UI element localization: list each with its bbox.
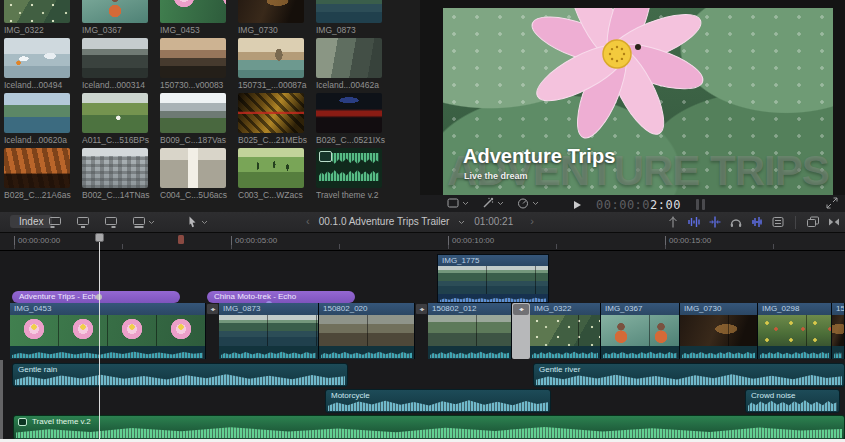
browser-clip: IMG_0730 — [238, 0, 310, 35]
clip-thumbnail[interactable] — [238, 148, 304, 188]
clip-label: Iceland...000314 — [82, 80, 154, 90]
playhead-knob[interactable] — [95, 233, 104, 242]
forward-arrow[interactable]: › — [530, 215, 534, 227]
clip-thumbnail[interactable] — [82, 0, 148, 23]
clip-label: Travel theme v.2 — [316, 190, 388, 200]
browsers-icon[interactable] — [806, 215, 820, 229]
clip-thumbnail[interactable] — [316, 38, 382, 78]
ruler-marker-icon[interactable] — [178, 235, 184, 244]
enhancements-button[interactable] — [481, 196, 504, 210]
expand-icon[interactable] — [825, 196, 839, 210]
clip-label: 150730...v00083 — [160, 80, 232, 90]
skimming-icon[interactable] — [666, 215, 680, 229]
timeline-video-clip[interactable]: IMG_0298 — [758, 303, 832, 359]
timeline-video-clip[interactable]: 150802_012 — [428, 303, 512, 359]
clip-thumbnail[interactable] — [4, 148, 70, 188]
audio-clip[interactable]: Gentle rain — [12, 363, 348, 387]
timeline-ruler[interactable]: 00:00:00:0000:00:05:0000:00:10:0000:00:1… — [0, 233, 845, 251]
audio-skimming-icon[interactable] — [687, 215, 701, 229]
clip-name-bar: IMG_0873 — [219, 303, 318, 315]
play-button[interactable] — [570, 198, 584, 212]
clip-name-bar: IMG_0453 — [10, 303, 205, 315]
waveform — [221, 350, 316, 358]
title-clip[interactable]: China Moto-trek - Echo — [207, 291, 355, 303]
clip-thumbnail[interactable] — [4, 38, 70, 78]
clip-thumbnail[interactable] — [238, 93, 304, 133]
timeline-video-clip[interactable]: IMG_0453 — [10, 303, 206, 359]
index-button[interactable]: Index — [10, 215, 52, 228]
append-clip-button[interactable] — [104, 215, 118, 229]
clip-thumbnail[interactable] — [238, 38, 304, 78]
clip-thumbnail[interactable] — [82, 148, 148, 188]
clip-name-bar: IMG_0298 — [758, 303, 831, 315]
clip-thumbnail[interactable] — [316, 148, 382, 188]
project-title-chevron-icon[interactable] — [458, 216, 465, 227]
solo-icon[interactable] — [729, 215, 743, 229]
audio-clip[interactable]: Crowd noise — [745, 389, 840, 413]
connect-clip-button[interactable] — [48, 215, 62, 229]
timeline-video-clip[interactable]: IMG_0322 — [530, 303, 601, 359]
waveform — [532, 350, 598, 358]
waveform — [682, 350, 755, 358]
view-options-button[interactable] — [446, 196, 469, 210]
waveform — [834, 350, 842, 358]
music-clip[interactable]: Travel theme v.2 — [13, 415, 845, 439]
transition-selected[interactable]: ◂▸ — [512, 303, 530, 359]
audio-clip[interactable]: Gentle river — [533, 363, 845, 387]
clip-thumbnail[interactable] — [238, 0, 304, 23]
back-arrow[interactable]: ‹ — [306, 215, 310, 227]
browser-clip: Iceland...00620a — [4, 93, 76, 145]
timeline-video-clip[interactable]: 15 — [832, 303, 845, 359]
clip-label: IMG_0873 — [316, 25, 388, 35]
ruler-tick — [773, 244, 774, 249]
overwrite-clip-button[interactable] — [132, 215, 155, 229]
clip-thumbnail[interactable] — [316, 0, 382, 23]
audio-clip[interactable]: Motorcycle — [325, 389, 551, 413]
viewer-controls: 00:00:02:00 — [420, 195, 845, 212]
clip-thumbnail[interactable] — [4, 0, 70, 23]
insert-clip-button[interactable] — [76, 215, 90, 229]
clip-label: IMG_0453 — [160, 25, 232, 35]
clip-filmstrip — [758, 315, 831, 346]
timeline-video-clip[interactable]: 150802_020 — [319, 303, 415, 359]
audio-clip-name: Gentle rain — [13, 364, 347, 375]
clip-name-bar: IMG_1775 — [438, 255, 548, 266]
snapping-icon[interactable] — [708, 215, 722, 229]
retime-button[interactable] — [516, 196, 539, 210]
clip-thumbnail[interactable] — [160, 0, 226, 23]
transitions-browser-icon[interactable] — [827, 215, 841, 229]
clip-filmstrip — [601, 315, 679, 346]
browser-clip: B002_C...14TNas — [82, 148, 154, 200]
project-title[interactable]: 00.1.0 Adventure Trips Trailer — [319, 216, 450, 227]
clip-filmstrip — [10, 315, 205, 346]
timeline-video-clip[interactable]: IMG_0367 — [601, 303, 680, 359]
clip-thumbnail[interactable] — [4, 93, 70, 133]
transition-icon[interactable]: ◂▸ — [206, 303, 219, 315]
audio-waveform-icon[interactable] — [750, 215, 764, 229]
clip-name-bar: 15 — [832, 303, 844, 315]
select-pointer-tool[interactable] — [185, 215, 208, 229]
clip-thumbnail[interactable] — [82, 38, 148, 78]
clip-label: 150731_...00087a — [238, 80, 310, 90]
browser-clip: IMG_0453 — [160, 0, 232, 35]
clip-thumbnail[interactable] — [160, 148, 226, 188]
clip-thumbnail[interactable] — [160, 38, 226, 78]
viewer-timecode: 00:00:02:00 — [596, 198, 681, 212]
clip-thumbnail[interactable] — [160, 93, 226, 133]
clip-audio-waveform — [601, 346, 679, 359]
browser-clip: A011_C...516BPs — [82, 93, 154, 145]
clip-label: B028_C...21A6as — [4, 190, 76, 200]
index-panel-icon[interactable] — [771, 215, 785, 229]
clip-label: Iceland...00462a — [316, 80, 388, 90]
timeline-video-clip[interactable]: IMG_0730 — [680, 303, 758, 359]
clip-label: B009_C...187Vas — [160, 135, 232, 145]
clip-audio-waveform — [438, 294, 548, 303]
clip-thumbnail[interactable] — [82, 93, 148, 133]
clip-thumbnail[interactable] — [316, 93, 382, 133]
clip-label: A011_C...516BPs — [82, 135, 154, 145]
playhead[interactable] — [99, 233, 100, 439]
transition-icon[interactable]: ◂▸ — [415, 303, 428, 315]
connected-clip[interactable]: IMG_1775 — [437, 254, 549, 303]
browser-clip: B026_C...0521IXs — [316, 93, 388, 145]
timeline-video-clip[interactable]: IMG_0873 — [219, 303, 319, 359]
